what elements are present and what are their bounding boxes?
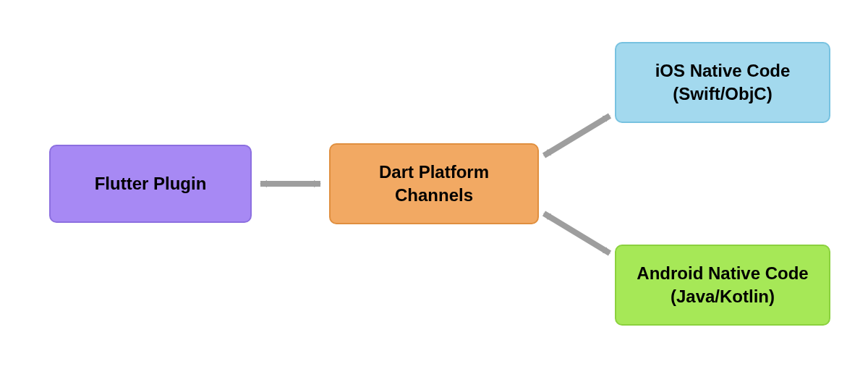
node-android-native-code: Android Native Code(Java/Kotlin) [615, 245, 830, 326]
connector-dart-android [544, 213, 610, 253]
node-label: iOS Native Code(Swift/ObjC) [655, 59, 791, 106]
node-label: Android Native Code(Java/Kotlin) [637, 262, 808, 309]
node-dart-platform-channels: Dart PlatformChannels [329, 143, 539, 224]
node-ios-native-code: iOS Native Code(Swift/ObjC) [615, 42, 830, 123]
node-label: Dart PlatformChannels [379, 161, 489, 208]
connector-dart-ios [544, 116, 610, 156]
node-label: Flutter Plugin [95, 172, 207, 195]
node-flutter-plugin: Flutter Plugin [49, 145, 252, 223]
architecture-diagram: Flutter Plugin Dart PlatformChannels iOS… [0, 0, 868, 369]
